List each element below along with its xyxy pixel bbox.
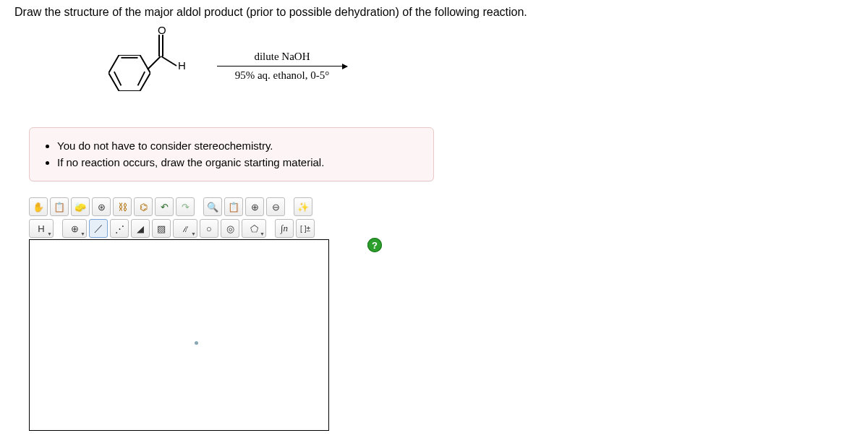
spacer xyxy=(56,219,60,238)
select-tool-icon[interactable]: 📋 xyxy=(50,197,69,216)
chain-tool-icon[interactable]: ⛓ xyxy=(113,197,132,216)
cursor-dot-icon xyxy=(195,341,198,345)
chevron-down-icon: ▼ xyxy=(260,231,265,236)
reagent-top: dilute NaOH xyxy=(217,51,347,63)
undo-icon[interactable]: ↶ xyxy=(155,197,174,216)
wedge-bond-tool-icon[interactable]: ◢ xyxy=(131,219,150,238)
drawing-canvas[interactable] xyxy=(29,239,329,431)
chevron-down-icon: ▼ xyxy=(80,231,85,236)
reagent-bottom: 95% aq. ethanol, 0-5° xyxy=(217,69,347,82)
template-tool-icon[interactable]: ⌬ xyxy=(134,197,153,216)
chevron-down-icon: ▼ xyxy=(47,231,52,236)
ring-tool-2-icon[interactable]: ◎ xyxy=(221,219,239,238)
ring-tool-1-icon[interactable]: ○ xyxy=(200,219,218,238)
single-bond-tool-icon[interactable]: ／ xyxy=(89,219,108,238)
svg-line-9 xyxy=(161,56,176,66)
toolbar-row-1: ✋ 📋 🧽 ⊛ ⛓ ⌬ ↶ ↷ 🔍 📋 ⊕ ⊖ ✨ xyxy=(29,196,362,218)
h-label: H xyxy=(178,59,186,72)
double-bond-tool-icon[interactable]: ⫽▼ xyxy=(173,219,197,238)
instruction-item: If no reaction occurs, draw the organic … xyxy=(57,155,419,171)
help-button[interactable]: ? xyxy=(367,238,382,252)
structure-editor: ✋ 📋 🧽 ⊛ ⛓ ⌬ ↶ ↷ 🔍 📋 ⊕ ⊖ ✨ H▼ ⊕▼ ／ ⋰ ◢ ▨ … xyxy=(29,196,362,431)
starting-material: O H xyxy=(101,26,188,106)
redo-icon[interactable]: ↷ xyxy=(176,197,195,216)
hand-tool-icon[interactable]: ✋ xyxy=(29,197,48,216)
chevron-down-icon: ▼ xyxy=(191,231,196,236)
arrow-line-icon xyxy=(217,66,347,67)
sn-tool-icon[interactable]: ∫n xyxy=(275,219,294,238)
bracket-tool-icon[interactable]: [ ]± xyxy=(296,219,315,238)
dotted-bond-tool-icon[interactable]: ⋰ xyxy=(110,219,129,238)
svg-text:O: O xyxy=(158,26,166,36)
ring-tool-3-icon[interactable]: ⬠▼ xyxy=(242,219,266,238)
aldehyde-group-icon: O H xyxy=(139,26,190,86)
toolbar-row-2: H▼ ⊕▼ ／ ⋰ ◢ ▨ ⫽▼ ○ ◎ ⬠▼ ∫n [ ]± xyxy=(29,218,362,239)
clean-tool-icon[interactable]: ✨ xyxy=(294,197,312,216)
reaction-scheme: O H dilute NaOH 95% aq. ethanol, 0-5° xyxy=(101,26,854,106)
hash-bond-tool-icon[interactable]: ▨ xyxy=(152,219,171,238)
spacer xyxy=(268,219,273,238)
erase-tool-icon[interactable]: 🧽 xyxy=(71,197,90,216)
paste-tool-icon[interactable]: 📋 xyxy=(224,197,243,216)
atom-tool-icon[interactable]: ⊛ xyxy=(92,197,111,216)
element-picker[interactable]: H▼ xyxy=(29,219,54,238)
zoom-out-icon[interactable]: ⊖ xyxy=(266,197,285,216)
charge-tool[interactable]: ⊕▼ xyxy=(62,219,87,238)
instructions-box: You do not have to consider stereochemis… xyxy=(29,127,434,181)
instruction-item: You do not have to consider stereochemis… xyxy=(57,138,419,155)
zoom-in-icon[interactable]: ⊕ xyxy=(245,197,264,216)
reaction-arrow: dilute NaOH 95% aq. ethanol, 0-5° xyxy=(217,51,347,82)
svg-line-5 xyxy=(148,56,161,69)
spacer xyxy=(197,197,201,216)
view-tool-icon[interactable]: 🔍 xyxy=(203,197,222,216)
question-text: Draw the structure of the major aldol pr… xyxy=(14,6,854,19)
spacer xyxy=(287,197,292,216)
